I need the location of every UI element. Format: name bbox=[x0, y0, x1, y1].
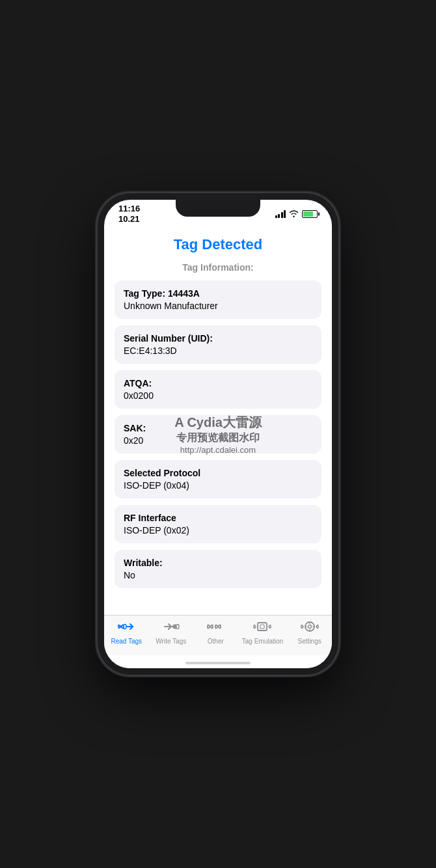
page-title: Tag Detected bbox=[115, 230, 321, 262]
tab-other[interactable]: Other bbox=[197, 619, 234, 645]
settings-label: Settings bbox=[298, 638, 321, 645]
card-tag-type-value: Unknown Manufacturer bbox=[124, 301, 312, 311]
phone-frame: 11:16 10.21 bbox=[98, 193, 338, 675]
tab-tag-emulation[interactable]: Tag Emulation bbox=[242, 619, 283, 645]
card-rf-value: ISO-DEP (0x02) bbox=[124, 525, 312, 536]
card-writable: Writable: No bbox=[115, 550, 321, 588]
read-tags-icon bbox=[117, 619, 135, 636]
status-time: 11:16 10.21 bbox=[118, 204, 140, 224]
write-tags-label: Write Tags bbox=[156, 638, 186, 645]
tag-emulation-icon bbox=[253, 619, 271, 636]
tag-emulation-label: Tag Emulation bbox=[242, 638, 283, 645]
other-label: Other bbox=[208, 638, 224, 645]
svg-rect-2 bbox=[258, 623, 267, 631]
tab-write-tags[interactable]: Write Tags bbox=[153, 619, 189, 645]
tab-bar: Read Tags Write Tags bbox=[104, 615, 332, 655]
card-rf-label: RF Interface bbox=[124, 513, 312, 523]
svg-point-5 bbox=[308, 625, 311, 629]
card-sak-label: SAK: bbox=[124, 423, 312, 433]
card-rf-interface: RF Interface ISO-DEP (0x02) bbox=[115, 505, 321, 543]
card-protocol: Selected Protocol ISO-DEP (0x04) bbox=[115, 460, 321, 498]
tab-read-tags[interactable]: Read Tags bbox=[108, 619, 144, 645]
tab-settings[interactable]: Settings bbox=[292, 619, 328, 645]
other-icon bbox=[206, 619, 225, 636]
svg-rect-3 bbox=[260, 625, 264, 629]
notch bbox=[176, 200, 260, 217]
screen: 11:16 10.21 bbox=[104, 200, 332, 668]
main-content: Tag Detected Tag Information: Tag Type: … bbox=[104, 223, 332, 615]
settings-icon bbox=[301, 619, 319, 636]
section-header: Tag Information: bbox=[115, 262, 321, 273]
wifi-icon bbox=[289, 210, 299, 219]
card-protocol-label: Selected Protocol bbox=[124, 468, 312, 478]
card-serial-value: EC:E4:13:3D bbox=[124, 346, 312, 356]
home-bar bbox=[185, 662, 251, 664]
card-sak: SAK: 0x20 bbox=[115, 415, 321, 454]
card-tag-type-label: Tag Type: 14443A bbox=[124, 288, 312, 299]
card-serial-label: Serial Number (UID): bbox=[124, 333, 312, 344]
card-atqa: ATQA: 0x0200 bbox=[115, 370, 321, 409]
card-tag-type: Tag Type: 14443A Unknown Manufacturer bbox=[115, 280, 321, 319]
home-indicator bbox=[104, 655, 332, 668]
card-atqa-value: 0x0200 bbox=[124, 390, 312, 401]
card-serial-number: Serial Number (UID): EC:E4:13:3D bbox=[115, 325, 321, 364]
signal-icon bbox=[275, 210, 286, 218]
card-protocol-value: ISO-DEP (0x04) bbox=[124, 480, 312, 491]
card-sak-value: 0x20 bbox=[124, 435, 312, 446]
status-icons bbox=[275, 210, 318, 219]
card-atqa-label: ATQA: bbox=[124, 378, 312, 388]
read-tags-label: Read Tags bbox=[111, 638, 142, 645]
write-tags-icon bbox=[162, 619, 180, 636]
card-writable-value: No bbox=[124, 570, 312, 580]
battery-icon bbox=[302, 210, 318, 218]
card-writable-label: Writable: bbox=[124, 558, 312, 568]
